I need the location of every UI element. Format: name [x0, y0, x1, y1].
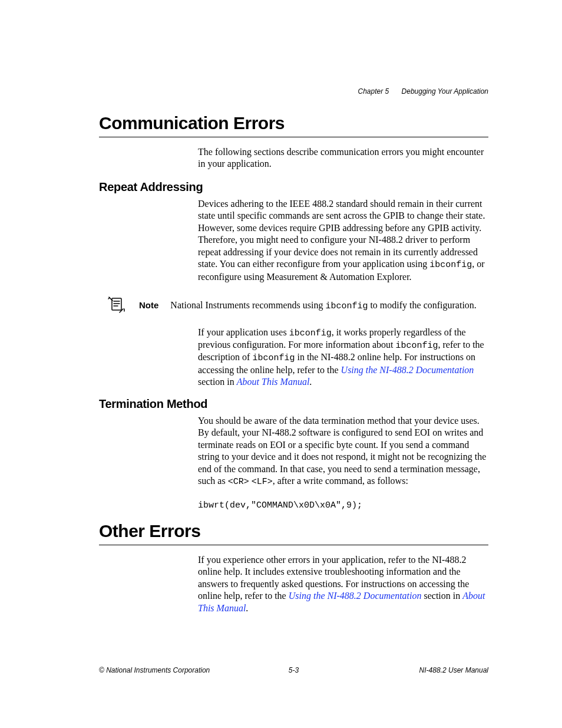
code-block: ibwrt(dev,"COMMAND\x0D\x0A",9); — [198, 500, 488, 511]
footer-manual-title: NI-488.2 User Manual — [419, 666, 488, 674]
divider — [99, 545, 488, 545]
text: . — [246, 603, 248, 613]
heading-other-errors: Other Errors — [99, 521, 488, 541]
note-label: Note — [139, 300, 158, 310]
inline-code: ibconfig — [325, 301, 368, 311]
text: National Instruments recommends using — [170, 300, 325, 310]
text: . — [309, 377, 312, 387]
link-using-documentation[interactable]: Using the NI-488.2 Documentation — [341, 365, 474, 375]
heading-repeat-addressing: Repeat Addressing — [99, 180, 488, 194]
text: to modify the configuration. — [368, 300, 476, 310]
code-line: ibwrt(dev,"COMMAND\x0D\x0A",9); — [198, 500, 362, 510]
link-using-documentation[interactable]: Using the NI-488.2 Documentation — [289, 591, 422, 601]
running-head-chapter: Chapter 5 — [358, 87, 389, 95]
inline-code: <LF> — [252, 477, 273, 487]
running-head: Chapter 5 Debugging Your Application — [358, 87, 489, 95]
paragraph: You should be aware of the data terminat… — [198, 415, 488, 488]
text: If your application uses — [198, 327, 289, 337]
subsection-repeat-addressing: Repeat Addressing — [99, 180, 488, 194]
note-icon — [107, 296, 127, 314]
inline-code: ibconfig — [429, 260, 472, 270]
heading-termination-method: Termination Method — [99, 397, 488, 411]
section-communication-errors: Communication Errors — [99, 113, 488, 137]
text: section in — [198, 377, 237, 387]
inline-code: ibconfig — [289, 328, 332, 338]
svg-rect-0 — [112, 298, 121, 310]
paragraph: If your application uses ibconfig, it wo… — [198, 327, 488, 388]
text: , after a write command, as follows: — [273, 476, 408, 486]
text: section in — [421, 591, 462, 601]
text: The following sections describe communic… — [198, 147, 484, 169]
link-about-this-manual[interactable]: About This Manual — [237, 377, 310, 387]
divider — [99, 137, 488, 137]
inline-code: ibconfig — [395, 341, 438, 351]
text: Devices adhering to the IEEE 488.2 stand… — [198, 199, 485, 269]
running-head-title: Debugging Your Application — [402, 87, 488, 95]
section-other-errors: Other Errors — [99, 521, 488, 545]
paragraph: If you experience other errors in your a… — [198, 554, 488, 614]
inline-code: ibconfig — [252, 353, 295, 363]
paragraph: The following sections describe communic… — [198, 146, 488, 170]
paragraph: Devices adhering to the IEEE 488.2 stand… — [198, 198, 488, 283]
inline-code: <CR> — [228, 477, 249, 487]
note-text: Note National Instruments recommends usi… — [139, 299, 488, 312]
heading-communication-errors: Communication Errors — [99, 113, 488, 133]
page: Chapter 5 Debugging Your Application Com… — [0, 0, 562, 728]
subsection-termination-method: Termination Method — [99, 397, 488, 411]
